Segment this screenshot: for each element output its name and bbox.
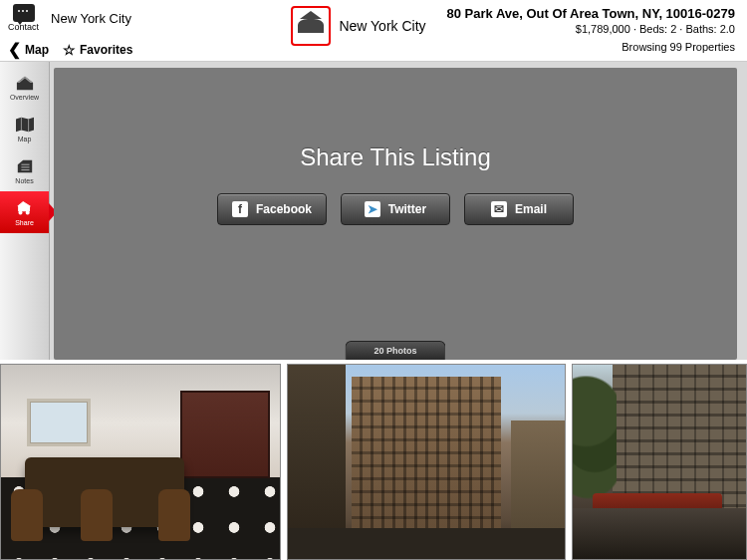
contact-label: Contact [8, 22, 39, 32]
share-icon [14, 199, 36, 217]
facebook-label: Facebook [256, 202, 312, 216]
app-logo [291, 6, 331, 46]
star-icon: ☆ [63, 42, 76, 58]
header-left: Contact New York City ❮ Map ☆ Favorites [0, 0, 279, 63]
email-button[interactable]: ✉ Email [464, 193, 574, 225]
photo-count-tab[interactable]: 20 Photos [345, 341, 445, 360]
email-icon: ✉ [491, 201, 507, 217]
listing-photo-2[interactable] [287, 364, 566, 560]
sidebar-item-overview[interactable]: Overview [0, 66, 49, 108]
listing-address: 80 Park Ave, Out Of Area Town, NY, 10016… [438, 6, 735, 21]
overview-icon [14, 74, 36, 92]
listing-price-details: $1,789,000 · Beds: 2 · Baths: 2.0 [438, 23, 735, 35]
notes-icon [14, 157, 36, 175]
listing-photo-3[interactable] [572, 364, 747, 560]
map-icon [14, 116, 36, 134]
sidebar-item-map[interactable]: Map [0, 108, 49, 149]
contact-group: Contact New York City [8, 4, 271, 32]
sidebar-label-share: Share [15, 219, 34, 226]
contact-button[interactable]: Contact [8, 4, 39, 32]
sidebar-label-overview: Overview [10, 94, 39, 101]
header-city-name: New York City [339, 18, 425, 34]
top-header: Contact New York City ❮ Map ☆ Favorites … [0, 0, 747, 62]
share-title: Share This Listing [54, 68, 737, 171]
content-area: Share This Listing f Facebook ➤ Twitter … [54, 68, 737, 360]
share-buttons-row: f Facebook ➤ Twitter ✉ Email [54, 193, 737, 225]
sidebar-item-share[interactable]: Share [0, 191, 49, 233]
twitter-icon: ➤ [365, 201, 380, 217]
sidebar-item-notes[interactable]: Notes [0, 149, 49, 191]
photo-count-label: 20 Photos [374, 346, 416, 356]
map-back-button[interactable]: ❮ Map [8, 40, 49, 59]
listing-photo-1[interactable] [0, 364, 281, 560]
main-area: Overview Map Notes Share Share This List… [0, 62, 747, 360]
map-label: Map [25, 43, 49, 57]
header-right: 80 Park Ave, Out Of Area Town, NY, 10016… [438, 0, 747, 53]
facebook-icon: f [232, 201, 248, 217]
sidebar-label-map: Map [18, 136, 32, 142]
chat-icon [13, 4, 35, 22]
side-nav: Overview Map Notes Share [0, 62, 50, 360]
twitter-button[interactable]: ➤ Twitter [341, 193, 450, 225]
house-icon [298, 19, 324, 33]
email-label: Email [515, 202, 547, 216]
browsing-count: Browsing 99 Properties [438, 41, 735, 53]
chevron-left-icon: ❮ [8, 40, 21, 59]
favorites-button[interactable]: ☆ Favorites [63, 42, 132, 58]
nav-row: ❮ Map ☆ Favorites [8, 40, 271, 59]
favorites-label: Favorites [80, 43, 132, 57]
sidebar-label-notes: Notes [15, 177, 33, 184]
photo-strip[interactable] [0, 360, 747, 560]
contact-text: New York City [51, 11, 131, 26]
twitter-label: Twitter [388, 202, 426, 216]
facebook-button[interactable]: f Facebook [217, 193, 327, 225]
header-center: New York City [279, 0, 438, 46]
